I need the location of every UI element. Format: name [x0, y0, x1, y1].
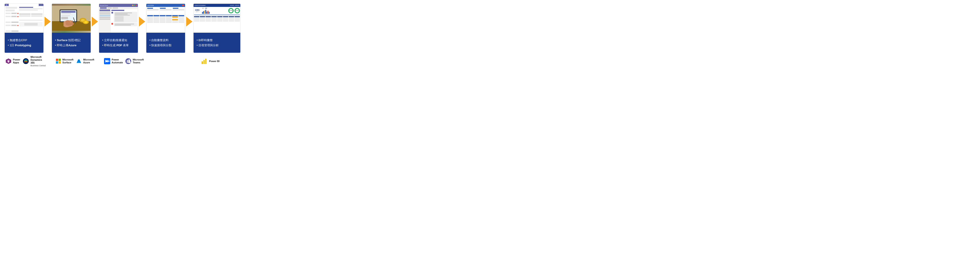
teams-main — [111, 9, 138, 33]
bi-small-kpis: 0 124 — [201, 7, 228, 14]
logo-ms-teams: Microsoft Teams — [125, 58, 144, 64]
dynamics-label: Microsoft Dynamics 365 Business Central — [30, 55, 47, 67]
logos-row: Power Apps Microsoft Dynamics 365 Busine… — [5, 53, 240, 68]
card-surface-line1: • Surface 拍照/標記 — [55, 38, 88, 43]
dynamics-sub: Business Central — [30, 65, 47, 67]
erp-right-panel — [19, 7, 43, 33]
dash-td5-4 — [166, 22, 172, 23]
erp-cols — [19, 14, 43, 17]
svg-rect-21 — [59, 62, 61, 63]
dashboard-header: 品質管理系統 — [146, 4, 185, 7]
photo-placeholder — [52, 4, 91, 33]
bi-th4 — [212, 16, 217, 17]
erp-c2-h — [31, 14, 43, 14]
erp-row-label — [6, 13, 11, 14]
erp-dot1 — [6, 5, 7, 6]
erp-row5 — [6, 30, 19, 32]
svg-point-29 — [128, 59, 130, 61]
teams-sidebar-item1 — [100, 9, 110, 11]
dash-row2 — [147, 18, 184, 19]
power-apps-label: Power Apps — [13, 58, 20, 64]
dash-td1-3 — [160, 16, 165, 17]
bi-bars — [202, 9, 210, 14]
svg-rect-34 — [204, 60, 205, 64]
bi-td3-6 — [223, 20, 228, 21]
bi-th5 — [217, 16, 223, 17]
main-container: ✓ — [0, 0, 245, 70]
bi-td4-4 — [212, 21, 217, 22]
panel3-title — [173, 8, 179, 9]
card-dashboard-group: 品質管理系統 — [146, 3, 193, 53]
erp-col1 — [19, 14, 30, 17]
teams-window-btns — [132, 5, 137, 6]
bi-bar2 — [203, 11, 204, 14]
erp-row-val5 — [11, 30, 19, 32]
erp-row3 — [6, 21, 19, 23]
teams-body — [99, 9, 138, 33]
dash-td3-6 — [178, 19, 184, 20]
dash-td5-2 — [153, 22, 159, 23]
card-teams-text: • 立即自動推播通知 • 即時生成 PDF 表單 — [99, 33, 138, 53]
card-teams-group: Microsoft Teams — [99, 3, 146, 53]
dashboard-body — [146, 7, 185, 33]
bi-td2-3 — [205, 19, 211, 19]
bi-td2-2 — [200, 19, 205, 19]
power-automate-name: Power Automate — [111, 58, 123, 64]
bi-circle2-label: 94.14% — [235, 10, 239, 11]
dash-td5-1 — [147, 22, 153, 23]
teams-channel-title — [111, 10, 124, 11]
bi-divider — [194, 15, 240, 15]
power-apps-icon — [5, 58, 11, 64]
panel1-title — [147, 8, 153, 9]
bi-td4-1 — [194, 21, 199, 22]
power-automate-icon — [104, 58, 110, 64]
panel2-line1 — [160, 9, 171, 9]
bi-kpi2: 0 — [202, 7, 204, 9]
bi-td1-1 — [194, 17, 199, 18]
teams-msg1 — [111, 12, 137, 22]
bi-td3-2 — [200, 20, 205, 21]
ms-windows-icon — [56, 59, 61, 64]
bi-th8 — [234, 16, 240, 17]
teams-max-btn — [134, 5, 135, 6]
photo-svg — [52, 4, 91, 33]
teams-header: Microsoft Teams — [99, 4, 138, 7]
erp-c1-v — [19, 15, 30, 16]
dash-th6 — [178, 15, 184, 16]
bi-th7 — [229, 16, 234, 17]
teams-line4 — [115, 24, 134, 24]
erp-header: ✓ — [5, 4, 43, 6]
dash-td4-2 — [153, 21, 159, 22]
dash-td4-1 — [147, 21, 153, 22]
bi-td3-3 — [205, 20, 211, 21]
bi-td1-2 — [200, 17, 205, 18]
bi-th2 — [200, 16, 205, 17]
dashboard-panel1 — [147, 7, 159, 14]
bi-kpi3: 124 — [204, 7, 208, 9]
erp-line2 — [19, 10, 38, 11]
bi-kpi-number: 2491 — [195, 9, 200, 11]
ms-azure-name: Microsoft — [83, 58, 94, 61]
bi-td3-1 — [194, 20, 199, 21]
bi-chart-bars — [202, 9, 227, 14]
dash-td1-6 — [178, 16, 184, 17]
erp-row2 — [6, 15, 19, 17]
erp-body — [5, 6, 43, 33]
erp-row-label2 — [6, 16, 11, 17]
erp-col2 — [31, 14, 43, 17]
panel3-line1 — [173, 9, 184, 9]
teams-bubble2 — [114, 23, 137, 26]
erp-c2-v2 — [31, 16, 43, 17]
dash-td4-6 — [178, 21, 184, 22]
logo-group-automate: Power Automate Microsoft Teams — [103, 58, 144, 64]
svg-rect-18 — [56, 59, 58, 61]
dash-td4-4 — [166, 21, 172, 22]
arrow-3 — [138, 17, 146, 27]
bi-td2-5 — [217, 19, 223, 19]
ms-surface-label: Microsoft Surface — [62, 58, 73, 64]
bi-td3-4 — [212, 20, 217, 21]
dash-td5-3 — [160, 22, 165, 23]
bi-td2-8 — [234, 19, 240, 19]
erp-bottom-line — [19, 20, 43, 21]
dash-row1 — [147, 16, 184, 17]
